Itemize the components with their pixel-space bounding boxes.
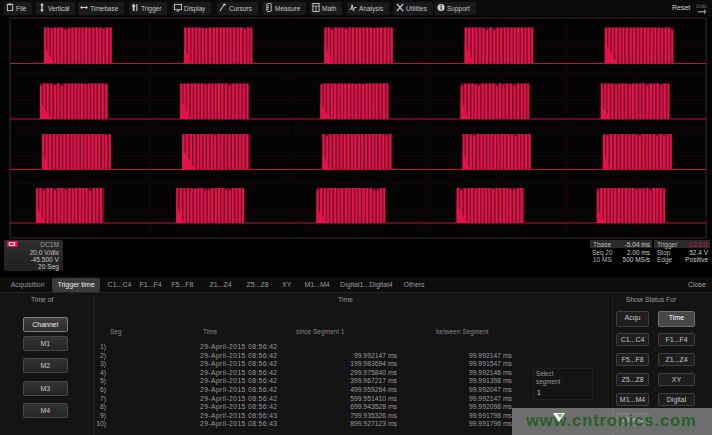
- svg-text:Undo: Undo: [696, 4, 707, 9]
